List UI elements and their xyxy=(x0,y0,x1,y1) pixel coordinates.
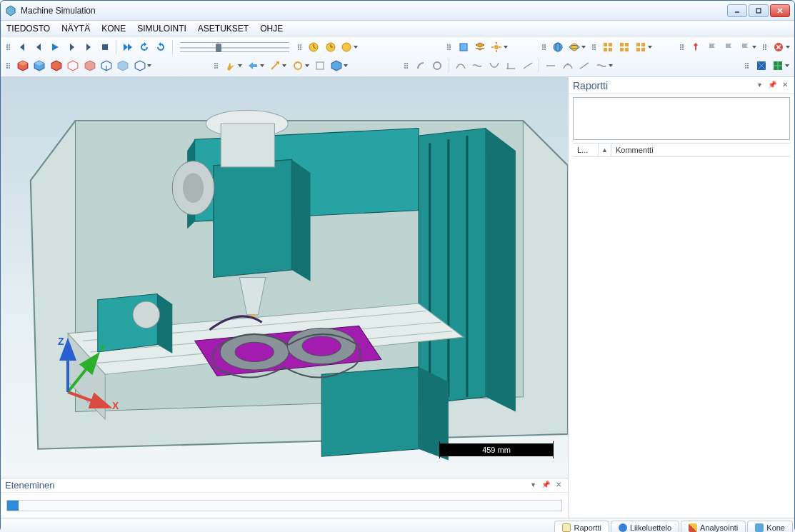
tab-analysointi[interactable]: Analysointi xyxy=(681,521,746,532)
toolbar-grip[interactable] xyxy=(6,40,11,54)
layers-button[interactable] xyxy=(472,39,487,55)
arrow-tool-1[interactable] xyxy=(223,58,244,74)
curve-tool-2[interactable] xyxy=(470,58,485,74)
curve-tool-4[interactable] xyxy=(503,58,518,74)
goto-start-button[interactable] xyxy=(15,39,30,55)
toolbar-grip[interactable] xyxy=(404,59,409,73)
menu-kone[interactable]: KONE xyxy=(101,24,126,34)
toolbar-grip[interactable] xyxy=(298,40,302,54)
cube-mode-1[interactable] xyxy=(15,58,30,74)
close-button[interactable] xyxy=(770,4,790,17)
curve-tool-3[interactable] xyxy=(486,58,501,74)
grid-btn-3[interactable] xyxy=(634,39,654,55)
progress-slider[interactable] xyxy=(6,500,562,511)
report-col-l[interactable]: L... xyxy=(573,144,599,156)
toolbar-grip[interactable] xyxy=(447,40,451,54)
loop-cw-button[interactable] xyxy=(153,39,168,55)
curve-tool-1[interactable] xyxy=(453,58,468,74)
panel-pin-icon[interactable]: 📌 xyxy=(541,481,551,491)
arrow-tool-3[interactable] xyxy=(268,58,289,74)
3d-viewport[interactable]: X Y Z 459 mm xyxy=(1,77,568,478)
loop-ccw-button[interactable] xyxy=(136,39,151,55)
svg-point-47 xyxy=(566,64,569,66)
step-forward-button[interactable] xyxy=(64,39,79,55)
error-button[interactable] xyxy=(771,39,791,55)
arrow-tool-2[interactable] xyxy=(246,58,266,74)
menu-simulointi[interactable]: SIMULOINTI xyxy=(137,24,186,34)
cube-mode-3[interactable] xyxy=(49,58,64,74)
cube-mode-6[interactable] xyxy=(99,58,114,74)
clock-button-2[interactable] xyxy=(323,39,338,55)
toolbar-grip[interactable] xyxy=(763,40,767,54)
cube-mode-2[interactable] xyxy=(31,58,46,74)
cube-mode-4[interactable] xyxy=(65,58,80,74)
report-text-box[interactable] xyxy=(573,97,790,140)
menu-ohje[interactable]: OHJE xyxy=(260,24,283,34)
toolbar-grip[interactable] xyxy=(542,40,546,54)
clock-button-1[interactable] xyxy=(306,39,321,55)
shape-tool-1[interactable] xyxy=(413,58,428,74)
movelist-icon xyxy=(619,523,627,532)
cube-mode-5[interactable] xyxy=(82,58,97,74)
svg-line-83 xyxy=(68,356,96,392)
curve-tool-8[interactable] xyxy=(576,58,591,74)
goto-end-button[interactable] xyxy=(81,39,96,55)
texture-btn-1[interactable] xyxy=(754,58,769,74)
menu-tiedosto[interactable]: TIEDOSTO xyxy=(6,24,50,34)
fast-forward-button[interactable] xyxy=(120,39,135,55)
cube-mode-8[interactable] xyxy=(132,58,153,74)
minimize-button[interactable] xyxy=(727,4,747,17)
report-col-kommentti[interactable]: Kommentti xyxy=(611,144,790,156)
panel-pin-icon[interactable]: 📌 xyxy=(767,81,777,91)
toolbar-grip[interactable] xyxy=(680,40,684,54)
svg-point-64 xyxy=(183,173,204,203)
globe-button[interactable] xyxy=(551,39,566,55)
pin-button[interactable] xyxy=(689,39,704,55)
texture-btn-2[interactable] xyxy=(771,58,791,74)
toolbar-grip[interactable] xyxy=(6,59,11,73)
curve-tool-7[interactable] xyxy=(560,58,575,74)
svg-text:X: X xyxy=(112,400,119,411)
misc-tool-1[interactable] xyxy=(312,58,327,74)
grid-btn-2[interactable] xyxy=(616,39,631,55)
panel-close-icon[interactable]: ✕ xyxy=(780,81,790,91)
arrow-tool-4[interactable] xyxy=(290,58,311,74)
stop-button[interactable] xyxy=(97,39,112,55)
shape-tool-2[interactable] xyxy=(430,58,445,74)
panel-menu-icon[interactable]: ▾ xyxy=(528,481,538,491)
speed-slider[interactable] xyxy=(180,42,289,52)
tab-kone[interactable]: Kone xyxy=(747,521,793,532)
report-col-sort-icon[interactable]: ▲ xyxy=(599,144,611,156)
maximize-button[interactable] xyxy=(749,4,769,17)
toolbar-grip[interactable] xyxy=(214,59,219,73)
report-column-headers[interactable]: L... ▲ Kommentti xyxy=(573,143,790,157)
svg-rect-2 xyxy=(756,9,761,13)
curve-tool-9[interactable] xyxy=(594,58,614,74)
cube-mode-7[interactable] xyxy=(116,58,131,74)
tab-liikeluettelo[interactable]: Liikeluettelo xyxy=(611,521,679,532)
grid-btn-1[interactable] xyxy=(600,39,615,55)
view-iso-button[interactable] xyxy=(456,39,471,55)
clock-button-3[interactable] xyxy=(339,39,360,55)
flag-dropdown[interactable] xyxy=(738,39,759,55)
svg-text:Z: Z xyxy=(58,336,64,347)
panel-close-icon[interactable]: ✕ xyxy=(554,481,564,491)
curve-tool-5[interactable] xyxy=(520,58,535,74)
play-button[interactable] xyxy=(48,39,63,55)
toolbar-grip[interactable] xyxy=(592,40,596,54)
menu-asetukset[interactable]: ASETUKSET xyxy=(198,24,249,34)
report-list xyxy=(569,157,794,518)
cube-dropdown[interactable] xyxy=(329,58,350,74)
panel-menu-icon[interactable]: ▾ xyxy=(754,81,764,91)
globe-ring-button[interactable] xyxy=(567,39,588,55)
flag-button-2[interactable] xyxy=(721,39,736,55)
toolbar-grip[interactable] xyxy=(745,59,749,73)
step-back-button[interactable] xyxy=(31,39,46,55)
svg-marker-45 xyxy=(332,61,342,71)
menu-nayta[interactable]: NÄYTÄ xyxy=(61,24,90,34)
curve-tool-6[interactable] xyxy=(543,58,558,74)
gear-button[interactable] xyxy=(489,39,509,55)
tab-raportti[interactable]: Raportti xyxy=(554,521,609,532)
svg-point-10 xyxy=(494,45,499,49)
flag-button-1[interactable] xyxy=(705,39,720,55)
